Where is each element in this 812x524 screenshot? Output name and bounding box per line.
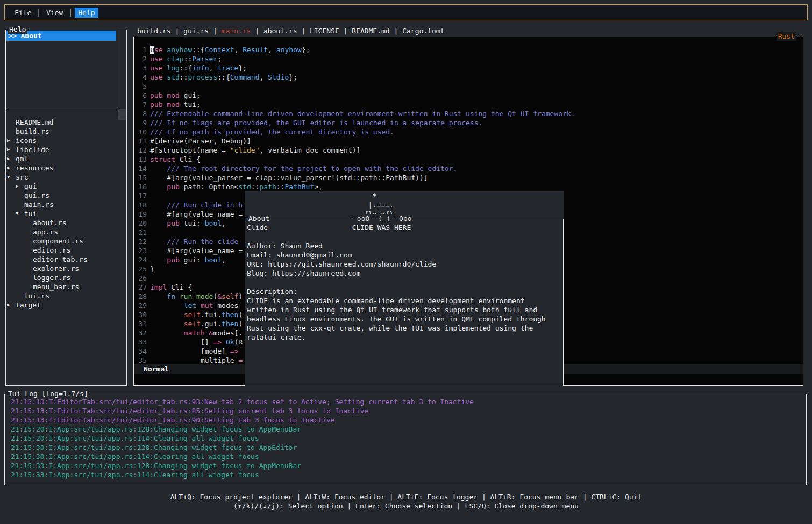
- code-text: let mut modes: [150, 301, 238, 310]
- tree-item-main-rs[interactable]: main.rs: [24, 200, 126, 209]
- chevron-down-icon: ▼: [7, 173, 16, 182]
- tui-log-panel: Tui Log [log=1.7/s] 21:15:13:T:EditorTab…: [4, 394, 807, 485]
- about-popup-line: CLIDE is an extendable command-line driv…: [247, 296, 546, 305]
- code-text: use clap::Parser;: [150, 54, 222, 63]
- line-number: 25: [136, 264, 147, 274]
- tree-item-label: gui: [24, 182, 37, 191]
- line-number: 9: [136, 118, 147, 127]
- tree-item-tui[interactable]: ▼tui: [16, 209, 126, 218]
- file-tree: README.mdbuild.rs▶icons▶libclide▶qml▶res…: [6, 118, 126, 310]
- tree-item-menu-bar-rs[interactable]: menu_bar.rs: [33, 282, 126, 291]
- code-line: 6pub mod gui;: [134, 91, 803, 100]
- tree-item-editor-tab-rs[interactable]: editor_tab.rs: [33, 255, 126, 264]
- menu-item-help[interactable]: Help: [75, 8, 98, 18]
- line-number: 23: [136, 246, 147, 255]
- tree-item-label: build.rs: [16, 127, 49, 136]
- about-popup-line: written in Rust using the Qt UI framewor…: [247, 305, 546, 314]
- line-number: 13: [136, 155, 147, 164]
- language-badge: Rust: [777, 32, 796, 41]
- code-line: 16 pub path: Option<std::path::PathBuf>,: [134, 182, 803, 191]
- tree-item-resources[interactable]: ▶resources: [7, 163, 126, 173]
- log-line: 21:15:20:I:App:src/tui/app.rs:114:Cleari…: [11, 434, 474, 443]
- menu-item-file[interactable]: File: [11, 8, 34, 18]
- keybinding-help-bar: ALT+Q: Focus project explorer | ALT+W: F…: [0, 492, 812, 511]
- line-number: 22: [136, 237, 147, 246]
- tree-item-editor-rs[interactable]: editor.rs: [33, 246, 126, 255]
- editor-tab-bar: build.rs | gui.rs | main.rs | about.rs |…: [137, 26, 444, 36]
- tree-item-target[interactable]: ▶target: [7, 300, 126, 310]
- code-line: 2use clap::Parser;: [134, 54, 803, 63]
- explorer-scrollbar-thumb[interactable]: [118, 109, 126, 120]
- code-text: impl Cli {: [150, 283, 192, 292]
- tab-separator: |: [339, 26, 352, 36]
- tree-item-label: about.rs: [33, 218, 67, 227]
- tab-gui-rs[interactable]: gui.rs: [183, 26, 209, 36]
- tree-item-readme-md[interactable]: README.md: [16, 118, 126, 127]
- tree-item-label: menu_bar.rs: [33, 282, 79, 291]
- line-number: 28: [136, 292, 147, 301]
- editor-mode-label: Normal: [144, 365, 169, 373]
- code-text: #[arg(value_name =: [150, 210, 243, 219]
- tree-item-icons[interactable]: ▶icons: [7, 136, 126, 145]
- tree-item-libclide[interactable]: ▶libclide: [7, 145, 126, 154]
- line-number: 1: [136, 45, 147, 54]
- help-dropdown-title: Help: [8, 25, 27, 34]
- about-popup-box: About -ooO--(_)--Ooo Clide CLIDE WAS HER…: [245, 219, 564, 386]
- about-popup-line: Email: shaunrd0@gmail.com: [247, 250, 546, 260]
- tree-item-app-rs[interactable]: app.rs: [33, 227, 126, 236]
- tree-item-label: component.rs: [33, 236, 83, 246]
- tree-item-build-rs[interactable]: build.rs: [16, 127, 126, 136]
- tree-item-explorer-rs[interactable]: explorer.rs: [33, 264, 126, 273]
- about-popup-line: [247, 278, 546, 287]
- tab-cargo-toml[interactable]: Cargo.toml: [402, 26, 444, 36]
- tree-item-tui-rs[interactable]: tui.rs: [24, 291, 126, 300]
- tree-item-qml[interactable]: ▶qml: [7, 154, 126, 163]
- tree-item-component-rs[interactable]: component.rs: [33, 236, 126, 246]
- tree-item-gui-rs[interactable]: gui.rs: [24, 191, 126, 200]
- line-number: 34: [136, 347, 147, 356]
- tab-about-rs[interactable]: about.rs: [263, 26, 297, 36]
- code-text: /// Extendable command-line driven devel…: [150, 109, 575, 118]
- tab-main-rs[interactable]: main.rs: [222, 26, 251, 36]
- tree-item-label: editor.rs: [33, 246, 70, 255]
- code-line: 12#[structopt(name = "clide", verbatim_d…: [134, 146, 803, 155]
- code-text: use anyhow::{Context, Result, anyhow};: [150, 45, 310, 54]
- tree-item-gui[interactable]: ▶gui: [16, 182, 126, 191]
- about-popup-line: headless Linux environments. The GUI is …: [247, 314, 546, 324]
- help-dropdown-menu[interactable]: Help >> About: [5, 30, 117, 110]
- chevron-right-icon: ▶: [16, 182, 24, 191]
- code-text: pub mod tui;: [150, 100, 201, 109]
- code-line: 11#[derive(Parser, Debug)]: [134, 137, 803, 146]
- code-line: 7pub mod tui;: [134, 100, 803, 109]
- about-popup-line: Blog: https://shaunreed.com: [247, 269, 546, 278]
- ascii-art-feet: -ooO--(_)--Ooo: [352, 214, 413, 223]
- tab-readme-md[interactable]: README.md: [352, 26, 389, 36]
- line-number: 15: [136, 173, 147, 182]
- code-text: #[derive(Parser, Debug)]: [150, 137, 251, 146]
- menu-item-view[interactable]: View: [43, 8, 66, 18]
- tree-item-label: icons: [16, 136, 37, 145]
- code-line: 10/// If no path is provided, the curren…: [134, 127, 803, 137]
- tab-license[interactable]: LICENSE: [310, 26, 339, 36]
- line-number: 16: [136, 182, 147, 191]
- tree-item-label: resources: [16, 163, 53, 173]
- menu-bar: File│View│Help: [4, 4, 808, 20]
- about-popup: * |.===. {}o o{} About -ooO--(_)--Ooo Cl…: [245, 191, 564, 386]
- code-text: #[structopt(name = "clide", verbatim_doc…: [150, 146, 360, 155]
- code-text: [mode] =>: [150, 347, 238, 356]
- log-line: 21:15:20:I:App:src/tui/app.rs:128:Changi…: [11, 425, 474, 434]
- about-popup-title: About: [247, 214, 271, 223]
- line-number: 30: [136, 310, 147, 319]
- tree-item-logger-rs[interactable]: logger.rs: [33, 273, 126, 282]
- code-line: 4use std::process::{Command, Stdio};: [134, 73, 803, 82]
- tree-item-about-rs[interactable]: about.rs: [33, 218, 126, 227]
- code-text: #[arg(value_name =: [150, 246, 243, 255]
- tree-item-src[interactable]: ▼src: [7, 173, 126, 182]
- code-text: struct Cli {: [150, 155, 201, 164]
- tab-build-rs[interactable]: build.rs: [137, 26, 171, 36]
- line-number: 32: [136, 328, 147, 338]
- text-cursor: u: [150, 46, 154, 54]
- tree-item-label: main.rs: [24, 200, 54, 209]
- tree-item-label: tui.rs: [24, 291, 49, 300]
- line-number: 3: [136, 63, 147, 73]
